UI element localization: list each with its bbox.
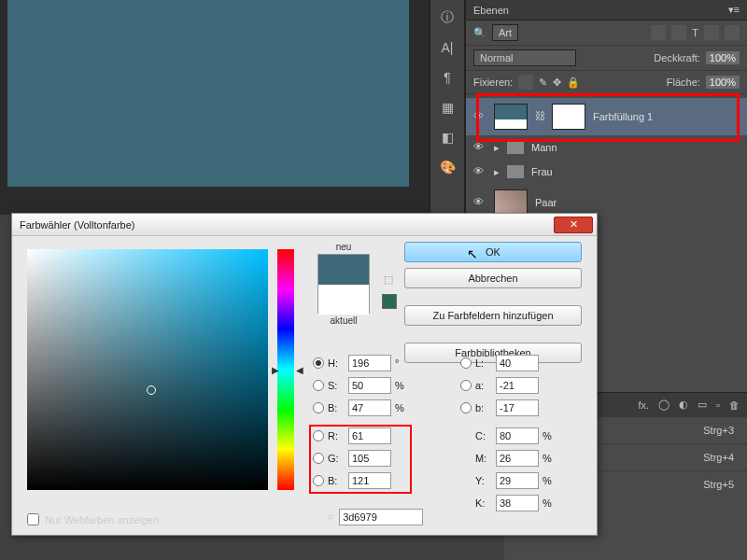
layer-name[interactable]: Frau	[531, 166, 553, 177]
websafe-swatch[interactable]	[382, 294, 397, 309]
panel-menu-icon[interactable]: ▾≡	[728, 4, 740, 16]
visibility-icon[interactable]: 👁	[473, 196, 486, 209]
new-current-swatch: neu aktuell	[311, 242, 376, 326]
link-icon[interactable]: ⛓	[535, 110, 544, 123]
adjustment-icon[interactable]: ◐	[679, 399, 688, 411]
trash-icon[interactable]: 🗑	[729, 399, 740, 411]
blend-mode-select[interactable]: Normal	[473, 49, 576, 66]
close-button[interactable]: ✕	[554, 217, 593, 233]
layer-row-group[interactable]: 👁 ▸ Mann	[466, 135, 747, 160]
filter-adjust-icon[interactable]	[671, 25, 686, 40]
layer-name[interactable]: Paar	[535, 197, 557, 208]
ok-button[interactable]: OK	[404, 242, 582, 262]
hex-input[interactable]	[339, 509, 423, 525]
radio-lab-b[interactable]	[460, 402, 472, 413]
layer-row-fill[interactable]: 👁 ⛓ Farbfüllung 1	[466, 98, 747, 135]
layer-name[interactable]: Mann	[531, 142, 557, 153]
paragraph-icon[interactable]: ¶	[437, 67, 458, 88]
fill-value[interactable]: 100%	[706, 76, 740, 89]
saturation-value-field[interactable]	[27, 249, 268, 490]
cube-icon[interactable]: ⬚	[384, 273, 397, 287]
b-input[interactable]	[348, 472, 391, 489]
br-input[interactable]	[348, 399, 391, 416]
swatch-icon[interactable]: ◧	[437, 127, 458, 147]
lock-transparent-icon[interactable]	[518, 75, 533, 90]
hex-field: #	[328, 509, 423, 525]
layer-row-group[interactable]: 👁 ▸ Frau	[466, 160, 747, 184]
filter-shape-icon[interactable]	[704, 25, 719, 40]
s-input[interactable]	[348, 377, 391, 394]
radio-b[interactable]	[313, 402, 324, 413]
lock-move-icon[interactable]: ✥	[553, 77, 561, 89]
lock-label: Fixieren:	[473, 77, 513, 88]
panel-title[interactable]: Ebenen	[473, 5, 509, 16]
k-input[interactable]	[496, 495, 539, 511]
layer-filter-row: 🔍 Art T	[466, 21, 747, 46]
hex-prefix: #	[328, 511, 333, 523]
radio-g[interactable]	[313, 453, 324, 464]
lock-fill-row: Fixieren: ✎ ✥ 🔒 Fläche: 100%	[466, 71, 747, 94]
cancel-button[interactable]: Abbrechen	[404, 268, 582, 288]
filter-type-icon[interactable]: T	[692, 27, 698, 38]
mask-icon[interactable]: ◯	[658, 399, 669, 411]
blend-opacity-row: Normal Deckkraft: 100%	[466, 46, 747, 71]
opacity-label: Deckkraft:	[654, 52, 700, 63]
channel-shortcut: Strg+4	[703, 452, 734, 463]
fx-icon[interactable]: fx.	[638, 399, 649, 411]
info-icon[interactable]: ⓘ	[437, 7, 458, 28]
layer-thumb[interactable]	[494, 104, 528, 130]
search-icon[interactable]: 🔍	[473, 27, 486, 39]
layer-name[interactable]: Farbfüllung 1	[593, 111, 653, 122]
web-colors-checkbox[interactable]: Nur Webfarben anzeigen	[27, 513, 159, 525]
new-layer-icon[interactable]: ▫	[716, 399, 720, 411]
h-input[interactable]	[348, 355, 391, 371]
hue-arrow-right-icon: ◀	[296, 365, 303, 375]
filter-type-select[interactable]: Art	[492, 24, 518, 41]
vertical-toolstrip: ⓘ A| ¶ ▦ ◧ 🎨	[430, 0, 465, 215]
hue-slider[interactable]	[277, 249, 294, 490]
lock-brush-icon[interactable]: ✎	[539, 77, 547, 89]
character-icon[interactable]: A|	[437, 37, 458, 58]
current-label: aktuell	[311, 315, 376, 326]
mask-thumb[interactable]	[552, 104, 585, 130]
visibility-icon[interactable]: 👁	[473, 110, 486, 123]
folder-icon	[507, 141, 524, 154]
r-input[interactable]	[348, 427, 391, 444]
color-compare[interactable]	[317, 254, 370, 314]
group-icon[interactable]: ▭	[698, 399, 707, 411]
dialog-buttons: OK Abbrechen Zu Farbfeldern hinzufügen F…	[404, 242, 582, 363]
layer-list: 👁 ⛓ Farbfüllung 1 👁 ▸ Mann 👁 ▸ Frau 👁 Pa…	[466, 94, 747, 225]
chevron-right-icon[interactable]: ▸	[494, 166, 500, 178]
a-input[interactable]	[496, 377, 539, 394]
layer-thumb[interactable]	[494, 189, 528, 216]
visibility-icon[interactable]: 👁	[473, 165, 486, 178]
y-input[interactable]	[496, 472, 539, 489]
palette-icon[interactable]: 🎨	[437, 157, 458, 177]
dialog-title: Farbwähler (Volltonfarbe)	[20, 219, 135, 231]
g-input[interactable]	[348, 450, 391, 467]
m-input[interactable]	[496, 450, 539, 467]
channel-shortcut: Strg+5	[703, 479, 734, 490]
chevron-right-icon[interactable]: ▸	[494, 142, 500, 154]
opacity-value[interactable]: 100%	[706, 51, 740, 64]
lock-all-icon[interactable]: 🔒	[567, 77, 580, 89]
c-input[interactable]	[496, 427, 539, 444]
lab-b-input[interactable]	[496, 399, 539, 416]
radio-a[interactable]	[460, 380, 472, 391]
radio-s[interactable]	[313, 380, 324, 391]
radio-r[interactable]	[313, 430, 324, 441]
canvas-area	[0, 0, 430, 215]
l-input[interactable]	[496, 355, 539, 371]
add-swatch-button[interactable]: Zu Farbfeldern hinzufügen	[404, 305, 582, 326]
web-colors-input[interactable]	[27, 513, 39, 525]
radio-l[interactable]	[460, 357, 472, 369]
visibility-icon[interactable]: 👁	[473, 141, 486, 154]
fill-label: Fläche:	[667, 77, 700, 88]
radio-bl[interactable]	[313, 475, 324, 486]
dialog-titlebar[interactable]: Farbwähler (Volltonfarbe) ✕	[12, 214, 597, 236]
filter-pixel-icon[interactable]	[651, 25, 666, 40]
grid-icon[interactable]: ▦	[437, 97, 458, 118]
filter-smart-icon[interactable]	[725, 25, 740, 40]
sv-cursor	[147, 385, 156, 395]
radio-h[interactable]	[313, 357, 324, 369]
